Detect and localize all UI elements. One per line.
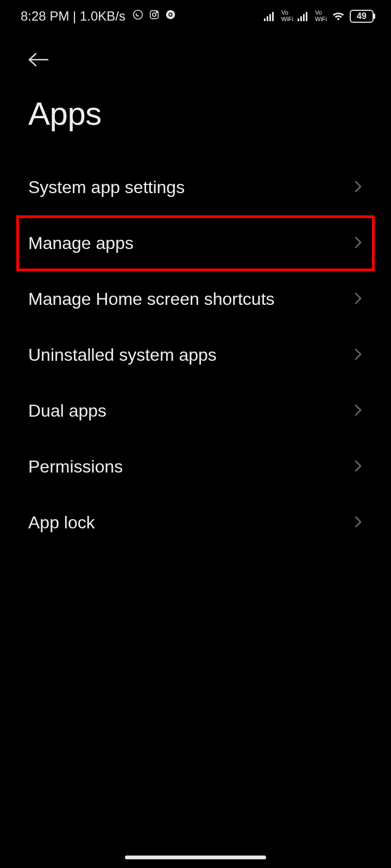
menu-label: Permissions [28, 457, 123, 477]
menu-item-app-lock[interactable]: App lock [16, 495, 375, 551]
chevron-right-icon [354, 235, 363, 252]
svg-rect-8 [267, 16, 268, 21]
vowifi-indicator-1: Vo WiFi [281, 10, 293, 22]
chevron-right-icon [354, 180, 363, 196]
signal-bars-2 [298, 11, 310, 21]
svg-rect-9 [269, 14, 271, 21]
svg-rect-13 [303, 14, 305, 21]
back-button[interactable] [27, 52, 53, 68]
svg-rect-14 [306, 12, 307, 21]
svg-rect-10 [272, 12, 274, 21]
svg-rect-7 [264, 18, 266, 21]
menu-label: Uninstalled system apps [28, 345, 217, 365]
status-notification-icons [132, 9, 176, 24]
svg-point-0 [134, 10, 143, 20]
svg-point-2 [153, 13, 156, 16]
vowifi-indicator-2: Vo WiFi [315, 10, 327, 22]
svg-point-6 [169, 14, 172, 16]
header-nav [0, 33, 391, 73]
wifi-icon [331, 9, 345, 24]
chevron-right-icon [354, 291, 363, 308]
menu-item-manage-apps[interactable]: Manage apps [16, 215, 375, 271]
menu-item-system-app-settings[interactable]: System app settings [16, 159, 375, 215]
chevron-right-icon [354, 515, 363, 531]
chevron-right-icon [354, 403, 363, 419]
svg-rect-12 [300, 16, 302, 21]
whatsapp-icon [132, 9, 144, 24]
menu-label: Manage Home screen shortcuts [28, 289, 275, 309]
battery-indicator: 49 [350, 10, 374, 23]
svg-rect-11 [298, 18, 299, 21]
signal-bars-1 [264, 11, 276, 21]
status-time: 8:28 PM | 1.0KB/s [21, 9, 125, 24]
menu-item-manage-home-shortcuts[interactable]: Manage Home screen shortcuts [16, 271, 375, 327]
menu-item-dual-apps[interactable]: Dual apps [16, 383, 375, 439]
menu-item-uninstalled-system-apps[interactable]: Uninstalled system apps [16, 327, 375, 383]
page-title: Apps [0, 73, 391, 159]
chrome-icon [165, 9, 176, 24]
menu-item-permissions[interactable]: Permissions [16, 439, 375, 495]
menu-list: System app settings Manage apps Manage H… [0, 159, 391, 551]
menu-label: App lock [28, 513, 95, 533]
status-bar: 8:28 PM | 1.0KB/s [0, 0, 391, 33]
menu-label: Dual apps [28, 401, 106, 421]
chevron-right-icon [354, 459, 363, 475]
home-indicator[interactable] [125, 856, 266, 859]
status-left: 8:28 PM | 1.0KB/s [21, 9, 176, 24]
instagram-icon [148, 9, 160, 24]
chevron-right-icon [354, 347, 363, 363]
menu-label: Manage apps [28, 233, 134, 253]
menu-label: System app settings [28, 177, 185, 197]
svg-point-3 [156, 12, 157, 13]
status-right: Vo WiFi Vo WiFi 49 [264, 9, 374, 24]
